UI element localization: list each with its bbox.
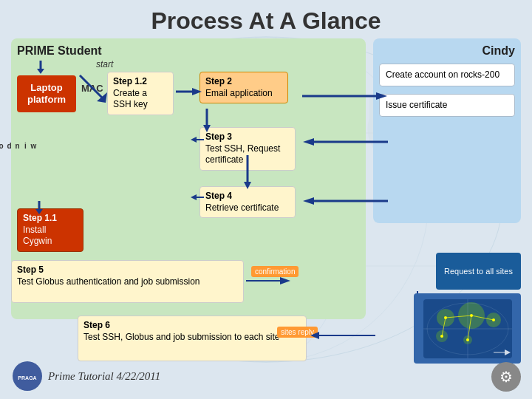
svg-marker-27 (303, 197, 314, 205)
arrow-cindy1-step3 (303, 134, 388, 149)
svg-marker-21 (35, 209, 43, 214)
step-6-box: Step 6 Test SSH, Globus and job submissi… (78, 316, 307, 361)
arrow-windows-step11 (32, 201, 47, 216)
globe-svg (420, 299, 516, 358)
arrow-step2-cindy1 (302, 89, 387, 103)
footer-text: Prime Tutorial 4/22/2011 (48, 370, 160, 383)
arrow-mac-step12 (76, 72, 109, 105)
svg-marker-25 (303, 138, 314, 146)
step-5-box: Step 5 Test Globus authentication and jo… (11, 260, 244, 303)
step-1-1-box: Step 1.1 Install Cygwin (17, 208, 83, 252)
svg-text:PRAGA: PRAGA (18, 375, 36, 381)
page-wrapper: Process At A Glance PRIME Student start … (0, 0, 532, 399)
step-1-2-box: Step 1.2 Create a SSH key (107, 72, 174, 115)
cindy-box-1: Create account on rocks-200 (379, 64, 515, 86)
svg-marker-17 (244, 182, 251, 189)
arrow-sites-step6 (310, 329, 377, 342)
arrow-step2-step3 (188, 109, 211, 134)
svg-marker-15 (191, 137, 197, 143)
cindy-label: Cindy (379, 44, 515, 58)
praga-logo: PRAGA (11, 360, 44, 393)
gear-icon: ⚙ (491, 362, 521, 392)
globe-area (414, 293, 521, 364)
step-4-box: Step 4 Retrieve certificate (200, 186, 296, 218)
svg-marker-23 (376, 92, 387, 100)
arrow-cindy-step4 (191, 192, 205, 203)
cindy-box-2: Issue certificate (379, 94, 515, 117)
windows-vertical: windows (26, 142, 38, 151)
laptop-box: Laptop platform (17, 75, 76, 112)
step-2-box: Step 2 Email application (200, 72, 288, 103)
request-box: Request to all sites (436, 253, 521, 290)
svg-marker-29 (280, 277, 290, 284)
cindy-panel: Cindy Create account on rocks-200 Issue … (373, 38, 521, 223)
arrow-start-down (33, 61, 48, 75)
footer-left: PRAGA Prime Tutorial 4/22/2011 (11, 360, 160, 393)
praga-logo-container: PRAGA (11, 360, 44, 393)
svg-marker-13 (203, 125, 211, 132)
start-label: start (96, 59, 113, 69)
arrow-step12-step2 (176, 84, 202, 99)
arrow-step5-request (246, 273, 290, 288)
prime-panel-label: PRIME Student (17, 44, 360, 58)
svg-marker-7 (37, 69, 44, 74)
svg-marker-11 (192, 88, 202, 95)
svg-marker-33 (310, 332, 319, 339)
arrow-cindy-step3 (191, 134, 205, 146)
svg-marker-19 (191, 194, 197, 200)
arrow-step3-step4 (240, 155, 255, 191)
footer: PRAGA Prime Tutorial 4/22/2011 ⚙ (11, 360, 521, 393)
main-content: PRIME Student start Laptop platform MAC … (11, 38, 521, 371)
arrow-cindy2-step4 (303, 194, 388, 208)
svg-line-8 (80, 75, 104, 100)
